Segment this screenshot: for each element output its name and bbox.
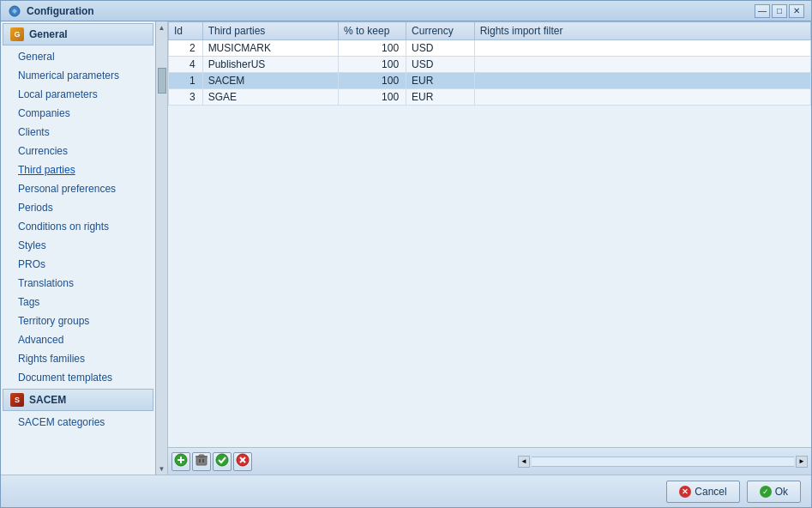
cancel-icon: ✕ bbox=[679, 486, 691, 498]
scroll-thumb[interactable] bbox=[158, 68, 166, 94]
cell-third-party: PublisherUS bbox=[202, 57, 338, 73]
table-scroll[interactable]: Id Third parties % to keep Currency Righ… bbox=[168, 21, 811, 447]
col-currency: Currency bbox=[406, 22, 475, 40]
cell-id: 4 bbox=[169, 57, 203, 73]
cell-currency: EUR bbox=[406, 73, 475, 89]
table-container: Id Third parties % to keep Currency Righ… bbox=[168, 21, 811, 475]
cell-third-party: SGAE bbox=[202, 89, 338, 106]
general-section-label: General bbox=[29, 28, 68, 40]
configuration-window: Configuration — □ ✕ G General General Nu… bbox=[0, 0, 812, 508]
window-controls: — □ ✕ bbox=[755, 4, 804, 18]
content-area: G General General Numerical parameters L… bbox=[1, 21, 811, 475]
sidebar-item-companies[interactable]: Companies bbox=[1, 104, 155, 123]
col-pct-to-keep: % to keep bbox=[339, 22, 406, 40]
ok-icon: ✓ bbox=[760, 486, 772, 498]
table-header: Id Third parties % to keep Currency Righ… bbox=[169, 22, 811, 40]
sidebar-item-general[interactable]: General bbox=[1, 47, 155, 66]
col-rights-import-filter: Rights import filter bbox=[474, 22, 810, 40]
scroll-right-arrow[interactable]: ► bbox=[796, 456, 808, 468]
general-section-icon: G bbox=[10, 27, 24, 41]
horizontal-scrollbar[interactable] bbox=[532, 457, 794, 467]
delete-icon bbox=[195, 453, 208, 469]
sidebar-item-conditions-on-rights[interactable]: Conditions on rights bbox=[1, 217, 155, 236]
maximize-button[interactable]: □ bbox=[772, 4, 787, 18]
footer: ✕ Cancel ✓ Ok bbox=[1, 475, 811, 507]
cell-third-party: SACEM bbox=[202, 73, 338, 89]
table-row[interactable]: 2 MUSICMARK 100 USD bbox=[169, 40, 811, 57]
add-icon bbox=[174, 453, 188, 469]
sidebar-item-clients[interactable]: Clients bbox=[1, 123, 155, 142]
discard-icon bbox=[236, 453, 250, 469]
cell-currency: EUR bbox=[406, 89, 475, 106]
sidebar-item-pros[interactable]: PROs bbox=[1, 255, 155, 274]
save-button[interactable] bbox=[213, 452, 232, 471]
table-toolbar: ◄ ► bbox=[168, 447, 811, 475]
sidebar-item-translations[interactable]: Translations bbox=[1, 274, 155, 293]
sidebar-section-sacem: S SACEM bbox=[3, 389, 153, 411]
sacem-section-icon: S bbox=[10, 393, 24, 407]
third-parties-table: Id Third parties % to keep Currency Righ… bbox=[168, 21, 811, 106]
sidebar-item-personal-preferences[interactable]: Personal preferences bbox=[1, 179, 155, 198]
title-bar: Configuration — □ ✕ bbox=[1, 1, 811, 21]
cell-third-party: MUSICMARK bbox=[202, 40, 338, 57]
col-id: Id bbox=[169, 22, 203, 40]
add-button[interactable] bbox=[171, 452, 190, 471]
sidebar: G General General Numerical parameters L… bbox=[1, 21, 168, 475]
ok-label: Ok bbox=[775, 486, 788, 498]
sidebar-item-currencies[interactable]: Currencies bbox=[1, 142, 155, 160]
sidebar-item-numerical-parameters[interactable]: Numerical parameters bbox=[1, 66, 155, 85]
cell-filter bbox=[474, 40, 810, 57]
cell-currency: USD bbox=[406, 57, 475, 73]
cancel-button[interactable]: ✕ Cancel bbox=[666, 481, 739, 503]
scroll-left-arrow[interactable]: ◄ bbox=[518, 456, 530, 468]
sidebar-item-local-parameters[interactable]: Local parameters bbox=[1, 85, 155, 104]
cancel-label: Cancel bbox=[695, 486, 726, 498]
scroll-up-arrow[interactable]: ▲ bbox=[156, 21, 168, 33]
col-third-parties: Third parties bbox=[202, 22, 338, 40]
cell-filter bbox=[474, 73, 810, 89]
table-row[interactable]: 4 PublisherUS 100 USD bbox=[169, 57, 811, 73]
sidebar-section-general: G General bbox=[3, 23, 153, 45]
table-body: 2 MUSICMARK 100 USD 4 PublisherUS 100 US… bbox=[169, 40, 811, 106]
scroll-down-arrow[interactable]: ▼ bbox=[156, 463, 168, 475]
sidebar-item-territory-groups[interactable]: Territory groups bbox=[1, 311, 155, 330]
ok-button[interactable]: ✓ Ok bbox=[747, 481, 801, 503]
window-icon bbox=[8, 4, 21, 18]
table-row[interactable]: 3 SGAE 100 EUR bbox=[169, 89, 811, 106]
cell-id: 2 bbox=[169, 40, 203, 57]
minimize-button[interactable]: — bbox=[755, 4, 770, 18]
cell-pct: 100 bbox=[339, 40, 406, 57]
sidebar-item-styles[interactable]: Styles bbox=[1, 236, 155, 255]
cell-pct: 100 bbox=[339, 57, 406, 73]
svg-point-9 bbox=[216, 454, 228, 466]
sidebar-item-document-templates[interactable]: Document templates bbox=[1, 368, 155, 387]
sidebar-item-sacem-categories[interactable]: SACEM categories bbox=[1, 413, 155, 432]
main-area: Id Third parties % to keep Currency Righ… bbox=[168, 21, 811, 475]
save-icon bbox=[215, 453, 229, 469]
cell-currency: USD bbox=[406, 40, 475, 57]
sidebar-item-tags[interactable]: Tags bbox=[1, 293, 155, 311]
cell-id: 1 bbox=[169, 73, 203, 89]
sidebar-item-periods[interactable]: Periods bbox=[1, 198, 155, 217]
window-title: Configuration bbox=[27, 5, 755, 17]
discard-button[interactable] bbox=[233, 452, 252, 471]
sidebar-item-third-parties[interactable]: Third parties bbox=[1, 160, 155, 179]
cell-filter bbox=[474, 57, 810, 73]
cell-pct: 100 bbox=[339, 73, 406, 89]
sidebar-scrollbar[interactable]: ▲ ▼ bbox=[155, 21, 167, 475]
cell-filter bbox=[474, 89, 810, 106]
delete-button[interactable] bbox=[192, 452, 211, 471]
cell-id: 3 bbox=[169, 89, 203, 106]
table-row-selected[interactable]: 1 SACEM 100 EUR bbox=[169, 73, 811, 89]
sidebar-item-advanced[interactable]: Advanced bbox=[1, 330, 155, 349]
sidebar-item-rights-families[interactable]: Rights families bbox=[1, 349, 155, 368]
close-button[interactable]: ✕ bbox=[789, 4, 804, 18]
sidebar-scroll[interactable]: G General General Numerical parameters L… bbox=[1, 21, 155, 475]
cell-pct: 100 bbox=[339, 89, 406, 106]
sacem-section-label: SACEM bbox=[29, 394, 66, 406]
